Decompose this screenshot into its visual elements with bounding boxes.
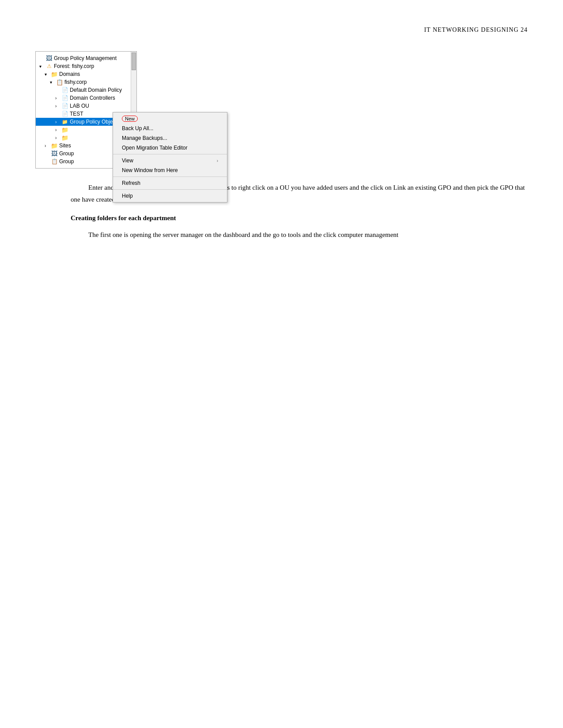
tree-label: TEST [70,111,83,117]
tree-label: Domains [59,71,80,77]
tree-item-gpm[interactable]: 🖼 Group Policy Management [36,54,136,62]
tree-item-labou[interactable]: › 📄 LAB OU [36,102,136,110]
arrow-icon: › [55,104,60,109]
tree-item-default-domain[interactable]: 📄 Default Domain Policy [36,86,136,94]
tree-item-forest[interactable]: ▾ ⚠ Forest: fishy.corp [36,62,136,70]
tree-label: Default Domain Policy [70,87,122,93]
test-icon: 📄 [61,110,68,117]
labou-icon: 📄 [61,102,68,109]
tree-label: Group Policy Objects [70,119,120,125]
menu-item-manage-backups[interactable]: Manage Backups... [113,133,227,143]
gpo-icon: 📁 [61,118,68,125]
tree-label: Group Policy Management [54,55,117,61]
fishycorp-icon: 📋 [56,79,63,86]
tree-item-fishycorp[interactable]: ▾ 📋 fishy.corp [36,78,136,86]
forest-icon: ⚠ [45,63,53,70]
policy-icon: 📄 [61,86,68,94]
paragraph-2-text: The first one is opening the server mana… [88,231,398,238]
tree-label: LAB OU [70,103,89,109]
menu-item-view[interactable]: View › [113,156,227,165]
menu-label: View [122,158,133,164]
page-title: IT NETWORKING DESIGNING 24 [424,26,528,33]
new-badge: New [122,116,138,122]
domains-icon: 📁 [51,71,58,78]
sites-icon: 📁 [51,142,58,149]
arrow-icon: › [55,120,60,124]
menu-label: Open Migration Table Editor [122,145,188,151]
context-menu: New Back Up All... Manage Backups... Ope… [113,112,227,203]
menu-label: Manage Backups... [122,135,167,141]
arrow-icon: › [55,135,60,140]
tree-label: Sites [59,143,71,149]
menu-item-backup-all[interactable]: Back Up All... [113,124,227,133]
menu-item-new[interactable]: New [113,114,227,124]
tree-label: Group [59,150,74,157]
arrow-icon: ▾ [45,72,50,77]
tree-label: Domain Controllers [70,95,115,101]
menu-separator-2 [113,176,227,177]
group2-icon: 📋 [51,158,58,165]
menu-label: Refresh [122,180,140,186]
arrow-icon: ▾ [39,64,45,69]
arrow-icon: › [45,143,50,148]
menu-label: Help [122,193,133,199]
menu-separator-3 [113,189,227,190]
menu-label: New Window from Here [122,167,178,173]
gpm-icon: 🖼 [45,55,53,62]
body-paragraph-2: The first one is opening the server mana… [71,229,528,241]
menu-label: Back Up All... [122,125,153,131]
scrollbar-thumb[interactable] [132,53,136,70]
arrow-icon: › [55,128,60,132]
menu-item-refresh[interactable]: Refresh [113,178,227,188]
arrow-icon: ▾ [50,80,55,85]
heading-1-text: Creating folders for each department [71,214,176,221]
section-heading-1: Creating folders for each department [71,214,528,222]
menu-separator-1 [113,154,227,154]
group1-icon: 🖼 [51,150,58,157]
menu-item-new-window[interactable]: New Window from Here [113,165,227,175]
menu-item-open-migration[interactable]: Open Migration Table Editor [113,143,227,153]
tree-label: fishy.corp [64,79,87,85]
tree-label: Forest: fishy.corp [54,63,94,69]
submenu-arrow-icon: › [217,158,218,163]
page-header: IT NETWORKING DESIGNING 24 [35,26,528,34]
arrow-icon: › [55,96,60,101]
menu-item-help[interactable]: Help [113,191,227,201]
tree-item-domain-controllers[interactable]: › 📄 Domain Controllers [36,94,136,102]
tree-item-domains[interactable]: ▾ 📁 Domains [36,70,136,78]
dc-icon: 📄 [61,94,68,101]
tree-label: Group [59,158,74,165]
extra1-icon: 📁 [61,126,68,133]
screenshot-container: 🖼 Group Policy Management ▾ ⚠ Forest: fi… [35,51,528,169]
extra2-icon: 📁 [61,134,68,141]
